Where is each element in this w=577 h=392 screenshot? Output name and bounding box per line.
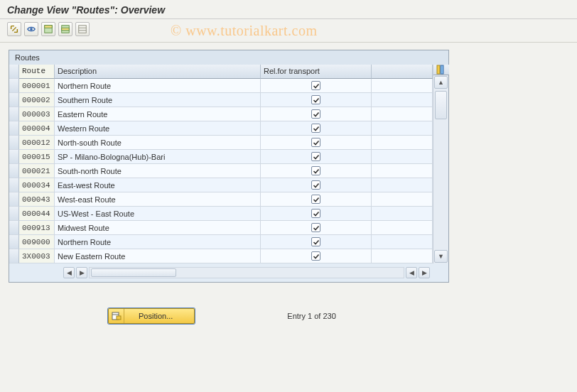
cell-description[interactable]: New Eastern Route xyxy=(55,249,261,263)
checkbox-rel-transport[interactable] xyxy=(311,180,320,190)
cell-description[interactable]: West-east Route xyxy=(55,192,261,207)
row-selector[interactable] xyxy=(9,164,19,178)
row-selector[interactable] xyxy=(9,150,19,164)
cell-description[interactable]: Southern Route xyxy=(55,93,261,107)
checkbox-rel-transport[interactable] xyxy=(311,95,320,104)
toolbar-select-block-button[interactable] xyxy=(58,22,72,36)
scroll-right-fast-icon[interactable]: ▶ xyxy=(419,267,430,278)
cell-rel-transport[interactable] xyxy=(261,107,372,121)
checkbox-rel-transport[interactable] xyxy=(311,109,320,119)
checkbox-rel-transport[interactable] xyxy=(311,81,320,90)
table-row[interactable]: 000021South-north Route xyxy=(9,164,433,178)
scroll-right-icon[interactable]: ◀ xyxy=(406,267,417,278)
scroll-left-fast-icon[interactable]: ◀ xyxy=(63,267,75,278)
cell-description[interactable]: Northern Route xyxy=(55,79,261,93)
cell-rel-transport[interactable] xyxy=(261,221,372,235)
hscroll-thumb[interactable] xyxy=(91,268,176,277)
row-selector[interactable] xyxy=(9,221,19,235)
horizontal-scrollbar[interactable]: ◀ ▶ ◀ ▶ xyxy=(18,266,430,279)
row-selector[interactable] xyxy=(9,207,19,221)
cell-description[interactable]: South-north Route xyxy=(55,164,261,178)
cell-route[interactable]: 000015 xyxy=(19,150,55,164)
table-row[interactable]: 3X0003New Eastern Route xyxy=(9,249,433,263)
row-selector[interactable] xyxy=(9,235,19,249)
cell-rel-transport[interactable] xyxy=(261,136,372,150)
table-row[interactable]: 000044US-West - East Route xyxy=(9,207,433,221)
cell-rel-transport[interactable] xyxy=(261,79,372,93)
cell-rel-transport[interactable] xyxy=(261,207,372,221)
cell-description[interactable]: Midwest Route xyxy=(55,221,261,235)
cell-route[interactable]: 000021 xyxy=(19,164,55,178)
checkbox-rel-transport[interactable] xyxy=(311,223,320,232)
cell-route[interactable]: 009000 xyxy=(19,235,55,249)
checkbox-rel-transport[interactable] xyxy=(311,124,320,133)
checkbox-rel-transport[interactable] xyxy=(311,251,320,261)
toolbar-select-all-button[interactable] xyxy=(41,22,55,36)
cell-description[interactable]: North-south Route xyxy=(55,136,261,150)
checkbox-rel-transport[interactable] xyxy=(311,237,320,246)
cell-route[interactable]: 000001 xyxy=(19,79,55,93)
cell-route[interactable]: 000002 xyxy=(19,93,55,107)
scroll-left-icon[interactable]: ▶ xyxy=(76,267,87,278)
cell-route[interactable]: 000003 xyxy=(19,107,55,121)
cell-rel-transport[interactable] xyxy=(261,178,372,192)
col-header-route[interactable]: Route xyxy=(19,65,55,79)
checkbox-rel-transport[interactable] xyxy=(311,152,320,161)
row-selector[interactable] xyxy=(9,93,19,107)
row-selector[interactable] xyxy=(9,249,19,263)
cell-route[interactable]: 000044 xyxy=(19,207,55,221)
cell-rel-transport[interactable] xyxy=(261,121,372,136)
cell-description[interactable]: US-West - East Route xyxy=(55,207,261,221)
table-row[interactable]: 000001Northern Route xyxy=(9,79,433,93)
table-row[interactable]: 000002Southern Route xyxy=(9,93,433,107)
checkbox-rel-transport[interactable] xyxy=(311,195,320,204)
cell-description[interactable]: Northern Route xyxy=(55,235,261,249)
vscroll-thumb[interactable] xyxy=(435,91,447,119)
cell-route[interactable]: 000043 xyxy=(19,192,55,207)
row-selector[interactable] xyxy=(9,192,19,207)
hscroll-track[interactable] xyxy=(89,267,404,278)
row-selector[interactable] xyxy=(9,136,19,150)
table-settings-icon[interactable] xyxy=(433,65,449,75)
toolbar-display-change-button[interactable] xyxy=(24,22,38,36)
table-row[interactable]: 000015SP - Milano-Bologna(Hub)-Bari xyxy=(9,150,433,164)
cell-route[interactable]: 000913 xyxy=(19,221,55,235)
cell-route[interactable]: 3X0003 xyxy=(19,249,55,263)
cell-description[interactable]: Eastern Route xyxy=(55,107,261,121)
cell-rel-transport[interactable] xyxy=(261,150,372,164)
cell-rel-transport[interactable] xyxy=(261,93,372,107)
checkbox-rel-transport[interactable] xyxy=(311,138,320,147)
vscroll-track[interactable] xyxy=(433,89,448,249)
row-selector[interactable] xyxy=(9,107,19,121)
row-selector[interactable] xyxy=(9,79,19,93)
cell-route[interactable]: 000034 xyxy=(19,178,55,192)
table-row[interactable]: 000043West-east Route xyxy=(9,192,433,207)
table-row[interactable]: 000004Western Route xyxy=(9,121,433,136)
toolbar-deselect-all-button[interactable] xyxy=(75,22,90,36)
position-button[interactable]: Position... xyxy=(108,308,195,324)
cell-rel-transport[interactable] xyxy=(261,192,372,207)
cell-rel-transport[interactable] xyxy=(261,249,372,263)
table-row[interactable]: 000003Eastern Route xyxy=(9,107,433,121)
checkbox-rel-transport[interactable] xyxy=(311,209,320,218)
row-selector[interactable] xyxy=(9,178,19,192)
col-header-rel-transport[interactable]: Rel.for transport xyxy=(261,65,372,79)
row-selector-header[interactable] xyxy=(9,65,19,79)
cell-route[interactable]: 000004 xyxy=(19,121,55,136)
table-row[interactable]: 000012North-south Route xyxy=(9,136,433,150)
cell-rel-transport[interactable] xyxy=(261,164,372,178)
cell-description[interactable]: East-west Route xyxy=(55,178,261,192)
table-row[interactable]: 009000Northern Route xyxy=(9,235,433,249)
table-row[interactable]: 000034East-west Route xyxy=(9,178,433,192)
cell-description[interactable]: SP - Milano-Bologna(Hub)-Bari xyxy=(55,150,261,164)
checkbox-rel-transport[interactable] xyxy=(311,166,320,175)
row-selector[interactable] xyxy=(9,121,19,136)
vertical-scrollbar[interactable]: ▲ ▼ xyxy=(433,65,448,263)
scroll-up-icon[interactable]: ▲ xyxy=(434,76,448,89)
cell-rel-transport[interactable] xyxy=(261,235,372,249)
col-header-description[interactable]: Description xyxy=(55,65,261,79)
scroll-down-icon[interactable]: ▼ xyxy=(434,250,448,263)
table-row[interactable]: 000913Midwest Route xyxy=(9,221,433,235)
cell-route[interactable]: 000012 xyxy=(19,136,55,150)
toolbar-other-view-button[interactable] xyxy=(7,22,21,36)
